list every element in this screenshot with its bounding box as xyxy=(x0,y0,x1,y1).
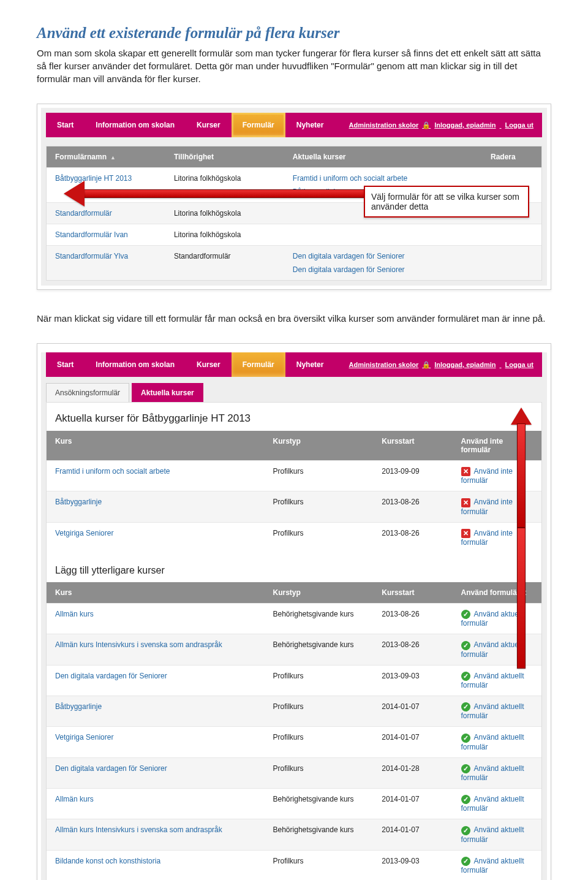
course-link[interactable]: Vetgiriga Seniorer xyxy=(47,727,265,757)
use-action[interactable]: ✓Använd aktuellt formulär xyxy=(453,851,541,880)
course-link[interactable]: Allmän kurs Intensivkurs i svenska som a… xyxy=(47,819,265,849)
cell: Behörighetsgivande kurs xyxy=(265,789,374,819)
use-action[interactable]: ✕Använd inte formulär xyxy=(453,491,541,522)
cell: 2014-01-07 xyxy=(373,696,452,726)
cell: 2013-09-03 xyxy=(373,851,452,880)
screenshot-2: Start Information om skolan Kurser Formu… xyxy=(37,343,551,880)
form-link[interactable]: Standardformulär xyxy=(47,203,165,224)
logout-link[interactable]: Logga ut xyxy=(505,361,533,368)
col-kurs[interactable]: Kurs xyxy=(47,582,265,603)
cell: 2013-08-26 xyxy=(373,604,452,634)
cell: Behörighetsgivande kurs xyxy=(265,604,374,634)
table-row: Vetgiriga SeniorerProfilkurs2013-08-26✕A… xyxy=(47,522,541,553)
col-aktuella[interactable]: Aktuella kurser xyxy=(284,146,482,167)
col-kurstyp[interactable]: Kurstyp xyxy=(265,582,374,603)
table-row: Den digitala vardagen för SeniorerProfil… xyxy=(47,757,541,788)
menu-nyheter[interactable]: Nyheter xyxy=(285,113,335,137)
menu-kurser[interactable]: Kurser xyxy=(186,352,232,377)
col-kurs[interactable]: Kurs xyxy=(47,431,265,460)
logged-in-text: Inloggad, epiadmin xyxy=(434,121,496,129)
admin-link[interactable]: Administration skolor xyxy=(349,121,419,129)
menu-info[interactable]: Information om skolan xyxy=(85,113,186,137)
course-link[interactable]: Båtbyggarlinje xyxy=(47,696,265,726)
menu-info[interactable]: Information om skolan xyxy=(85,352,186,377)
cell xyxy=(482,246,541,280)
course-link[interactable]: Bildande konst och konsthistoria xyxy=(47,851,265,880)
course-link[interactable]: Den digitala vardagen för Seniorer xyxy=(293,252,473,260)
col-anvand-inte[interactable]: Använd inte formulär xyxy=(453,431,541,460)
cell: Den digitala vardagen för Seniorer Den d… xyxy=(284,246,482,280)
course-link[interactable]: Vetgiriga Seniorer xyxy=(47,523,265,553)
col-kursstart[interactable]: Kursstart xyxy=(373,582,452,603)
form-link[interactable]: Standardformulär Ivan xyxy=(47,224,165,245)
check-icon: ✓ xyxy=(461,826,470,835)
table-row: Den digitala vardagen för SeniorerProfil… xyxy=(47,665,541,696)
table-row: BåtbyggarlinjeProfilkurs2013-08-26✕Använ… xyxy=(47,491,541,522)
menu-right: Administration skolor 🔒 Inloggad, epiadm… xyxy=(349,361,542,369)
remove-icon: ✕ xyxy=(461,498,470,507)
course-link[interactable]: Allmän kurs Intensivkurs i svenska som a… xyxy=(47,634,265,664)
check-icon: ✓ xyxy=(461,764,470,773)
cell: Behörighetsgivande kurs xyxy=(265,634,374,664)
use-action[interactable]: ✕Använd inte formulär xyxy=(453,523,541,553)
lock-icon: 🔒 xyxy=(422,361,431,369)
form-link[interactable]: Standardformulär Ylva xyxy=(47,246,165,280)
use-action[interactable]: ✓Använd aktuellt formulär xyxy=(453,666,541,696)
col-anvand-formularet[interactable]: Använd formuläret xyxy=(453,582,541,603)
lock-icon: 🔒 xyxy=(422,121,431,129)
menu-start[interactable]: Start xyxy=(46,113,85,137)
course-link[interactable]: Framtid i uniform och socialt arbete xyxy=(47,461,265,491)
tab-ansokningsformular[interactable]: Ansökningsformulär xyxy=(46,383,129,402)
table-row: Standardformulär Ylva Standardformulär D… xyxy=(47,245,541,280)
menu-start[interactable]: Start xyxy=(46,352,85,377)
tab-aktuella-kurser[interactable]: Aktuella kurser xyxy=(132,383,203,402)
page-heading: Använd ett existerande formulär på flera… xyxy=(37,25,551,42)
cell: 2013-08-26 xyxy=(373,491,452,522)
cell: Profilkurs xyxy=(265,727,374,757)
use-action[interactable]: ✕Använd inte formulär xyxy=(453,461,541,491)
course-link[interactable]: Allmän kurs xyxy=(47,604,265,634)
cell: 2014-01-28 xyxy=(373,758,452,788)
col-kurstyp[interactable]: Kurstyp xyxy=(265,431,374,460)
table-row: BåtbyggarlinjeProfilkurs2014-01-07✓Använ… xyxy=(47,696,541,726)
course-link[interactable]: Den digitala vardagen för Seniorer xyxy=(293,265,473,274)
courses-panel: Aktuella kurser för Båtbyggarlinje HT 20… xyxy=(46,402,542,880)
cell: Profilkurs xyxy=(265,758,374,788)
menu-formular[interactable]: Formulär xyxy=(232,113,285,137)
check-icon: ✓ xyxy=(461,857,470,866)
col-tillhorighet[interactable]: Tillhörighet xyxy=(165,146,284,167)
menu-right: Administration skolor 🔒 Inloggad, epiadm… xyxy=(349,121,542,129)
col-kursstart[interactable]: Kursstart xyxy=(373,431,452,460)
col-radera[interactable]: Radera xyxy=(482,146,541,167)
cell: 2014-01-07 xyxy=(373,789,452,819)
use-action[interactable]: ✓Använd aktuellt formulär xyxy=(453,604,541,634)
use-action[interactable]: ✓Använd aktuellt formulär xyxy=(453,819,541,849)
course-link[interactable]: Båtbyggarlinje xyxy=(47,491,265,522)
form-link[interactable]: Båtbyggarlinje HT 2013 xyxy=(47,168,165,202)
tabs: Ansökningsformulär Aktuella kurser xyxy=(41,377,547,402)
forms-table: Formulärnamn Tillhörighet Aktuella kurse… xyxy=(46,146,542,281)
col-formularnamn[interactable]: Formulärnamn xyxy=(47,146,165,167)
course-link[interactable]: Framtid i uniform och socialt arbete xyxy=(293,174,473,183)
section-title: Aktuella kurser för Båtbyggarlinje HT 20… xyxy=(47,403,541,431)
menu-kurser[interactable]: Kurser xyxy=(186,113,232,137)
use-action[interactable]: ✓Använd aktuellt formulär xyxy=(453,696,541,726)
menu-nyheter[interactable]: Nyheter xyxy=(285,352,335,377)
annotation-callout: Välj formulär för att se vilka kurser so… xyxy=(364,186,529,218)
logout-link[interactable]: Logga ut xyxy=(505,121,533,129)
menu-formular[interactable]: Formulär xyxy=(232,352,285,377)
course-link[interactable]: Den digitala vardagen för Seniorer xyxy=(47,758,265,788)
cell: Litorina folkhögskola xyxy=(165,224,284,245)
use-action[interactable]: ✓Använd aktuellt formulär xyxy=(453,634,541,664)
course-link[interactable]: Allmän kurs xyxy=(47,789,265,819)
cell: Profilkurs xyxy=(265,523,374,553)
table-row: Allmän kursBehörighetsgivande kurs2014-0… xyxy=(47,788,541,819)
use-action[interactable]: ✓Använd aktuellt formulär xyxy=(453,758,541,788)
admin-link[interactable]: Administration skolor xyxy=(349,361,419,368)
main-menu: Start Information om skolan Kurser Formu… xyxy=(46,113,542,137)
course-link[interactable]: Den digitala vardagen för Seniorer xyxy=(47,666,265,696)
use-action[interactable]: ✓Använd aktuellt formulär xyxy=(453,789,541,819)
remove-icon: ✕ xyxy=(461,467,470,476)
use-action[interactable]: ✓Använd aktuellt formulär xyxy=(453,727,541,757)
logged-in-text: Inloggad, epiadmin xyxy=(434,361,496,368)
